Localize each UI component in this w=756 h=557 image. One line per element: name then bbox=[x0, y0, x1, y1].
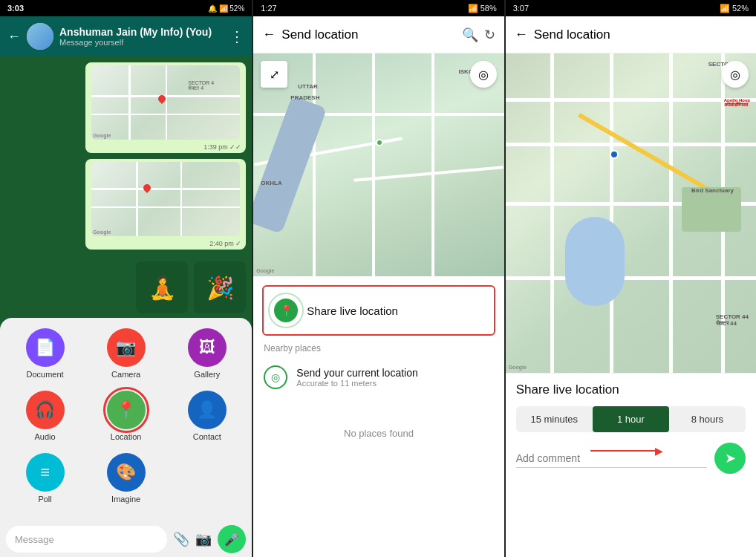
attach-imagine[interactable]: 🎨 Imagine bbox=[88, 453, 163, 504]
chat-name: Anshuman Jain (My Info) (You) bbox=[59, 26, 224, 38]
chat-bubble-2: Google 2:40 pm ✓ bbox=[85, 159, 246, 250]
send-location-title-p3: Send location bbox=[534, 27, 747, 42]
attach-location[interactable]: 📍 Location bbox=[88, 391, 163, 441]
map-dot-p2 bbox=[376, 139, 383, 146]
message-input[interactable]: Message bbox=[6, 526, 167, 553]
audio-label: Audio bbox=[34, 432, 55, 441]
arrow-head: ▶ bbox=[655, 445, 663, 457]
google-logo-2: Google bbox=[93, 229, 111, 235]
map-background-p3: SECTOR 10 SECTOR 44सेक्टर 44 Bird Sanctu… bbox=[506, 53, 756, 373]
send-icon: ➤ bbox=[725, 450, 736, 466]
time-option-8hours[interactable]: 8 hours bbox=[669, 406, 746, 432]
comment-bar: ▶ ➤ bbox=[516, 443, 746, 474]
mic-button[interactable]: 🎤 bbox=[218, 525, 246, 553]
map-label-okhla: OKHLA bbox=[261, 180, 281, 186]
live-location-icon: 📍 bbox=[274, 299, 298, 322]
document-label: Document bbox=[26, 370, 63, 379]
share-live-location-button[interactable]: 📍 Share live location bbox=[262, 285, 495, 336]
statusbar-panel3: 3:07 📶 52% bbox=[506, 0, 756, 16]
panel-whatsapp-chat: 3:03 🔔 📶 52% ← Anshuman Jain (My Info) (… bbox=[0, 0, 252, 557]
bubble-time-1: 1:39 pm ✓✓ bbox=[203, 143, 241, 151]
camera-icon: 📷 bbox=[107, 328, 146, 367]
message-bar: Message 📎 📷 🎤 bbox=[0, 521, 252, 557]
battery-icon: 📶 52% bbox=[219, 4, 245, 13]
no-places-text: No places found bbox=[253, 398, 504, 469]
back-button-p2[interactable]: ← bbox=[262, 27, 276, 42]
share-live-title: Share live location bbox=[516, 382, 746, 397]
poll-label: Poll bbox=[38, 495, 51, 504]
attach-poll[interactable]: ≡ Poll bbox=[7, 453, 82, 504]
apollo-label: Apollo Hospअपोलो हॉस्पिटल bbox=[724, 98, 750, 108]
statusbar-panel2: 1:27 📶 58% bbox=[253, 0, 504, 16]
map-panel3: SECTOR 10 SECTOR 44सेक्टर 44 Bird Sanctu… bbox=[506, 53, 756, 373]
location-options: 📍 Share live location Nearby places ◎ Se… bbox=[253, 276, 504, 469]
sticker-1: 🧘 bbox=[136, 261, 188, 313]
back-button[interactable]: ← bbox=[7, 29, 21, 45]
red-arrow-line: ▶ bbox=[590, 450, 657, 452]
bird-sanctuary-label: Bird Sanctuary bbox=[691, 187, 734, 194]
current-location-icon: ◎ bbox=[264, 365, 287, 389]
crosshair-button-p3[interactable]: ◎ bbox=[722, 61, 749, 88]
attach-document[interactable]: 📄 Document bbox=[7, 328, 82, 379]
chat-header-info: Anshuman Jain (My Info) (You) Message yo… bbox=[59, 26, 224, 47]
map-pin-2 bbox=[142, 183, 152, 193]
time-panel1: 3:03 bbox=[7, 4, 24, 13]
attachment-menu: 📄 Document 📷 Camera 🖼 Gallery 🎧 Audio 📍 … bbox=[0, 318, 252, 521]
imagine-label: Imagine bbox=[111, 495, 140, 504]
camera-label: Camera bbox=[111, 370, 140, 379]
river bbox=[253, 96, 327, 234]
send-button[interactable]: ➤ bbox=[714, 443, 746, 474]
search-icon-p2[interactable]: 🔍 bbox=[462, 27, 478, 43]
panel-share-live-location: 3:07 📶 52% ← Send location SECTOR 10 SEC… bbox=[506, 0, 756, 557]
time-panel2: 1:27 bbox=[261, 4, 276, 13]
avatar-image bbox=[27, 23, 53, 50]
arrow-indicator: ▶ bbox=[590, 450, 657, 452]
back-button-p3[interactable]: ← bbox=[515, 27, 528, 42]
imagine-icon: 🎨 bbox=[107, 453, 146, 492]
map-image-1: SECTOR 4सेक्टर 4 Google bbox=[91, 65, 240, 140]
panel-send-location: 1:27 📶 58% ← Send location 🔍 ↻ DELHI UTT… bbox=[253, 0, 504, 557]
more-options-button[interactable]: ⋮ bbox=[229, 27, 244, 45]
map-background-p2: DELHI UTTAR PRADESH OKHLA ISKCON ⤢ ◎ Goo… bbox=[253, 53, 504, 276]
comment-input[interactable] bbox=[516, 449, 707, 468]
refresh-icon-p2[interactable]: ↻ bbox=[484, 27, 495, 43]
attachment-grid: 📄 Document 📷 Camera 🖼 Gallery 🎧 Audio 📍 … bbox=[7, 328, 244, 504]
expand-button-p2[interactable]: ⤢ bbox=[261, 61, 287, 88]
map-label-uttar: UTTAR bbox=[298, 83, 318, 90]
send-location-title: Send location bbox=[281, 27, 455, 42]
chat-sub: Message yourself bbox=[59, 38, 224, 47]
avatar bbox=[27, 23, 53, 50]
camera-button[interactable]: 📷 bbox=[195, 531, 212, 547]
attach-gallery[interactable]: 🖼 Gallery bbox=[169, 328, 244, 379]
contact-label: Contact bbox=[193, 432, 221, 441]
google-badge-p2: Google bbox=[256, 268, 274, 273]
send-location-header: ← Send location 🔍 ↻ bbox=[253, 16, 504, 53]
attach-camera[interactable]: 📷 Camera bbox=[88, 328, 163, 379]
attach-contact[interactable]: 👤 Contact bbox=[169, 391, 244, 441]
map-image-2: Google bbox=[91, 162, 240, 236]
attach-audio[interactable]: 🎧 Audio bbox=[7, 391, 82, 441]
battery-panel2: 📶 58% bbox=[468, 4, 497, 13]
location-label: Location bbox=[111, 432, 142, 441]
statusbar-panel1: 3:03 🔔 📶 52% bbox=[0, 0, 252, 16]
time-option-15min[interactable]: 15 minutes bbox=[516, 406, 593, 432]
crosshair-button-p2[interactable]: ◎ bbox=[470, 61, 497, 88]
document-icon: 📄 bbox=[26, 328, 65, 367]
stickers-row: 🧘 🎉 bbox=[6, 261, 246, 313]
map-preview-2: Google bbox=[91, 162, 240, 236]
battery-panel3: 📶 52% bbox=[720, 4, 749, 13]
time-option-1hour[interactable]: 1 hour bbox=[593, 406, 669, 432]
sticker-2: 🎉 bbox=[194, 261, 246, 313]
map-label-pradesh: PRADESH bbox=[290, 94, 319, 101]
share-live-location-label: Share live location bbox=[307, 304, 398, 317]
battery-panel1: 🔔 📶 52% bbox=[208, 4, 245, 13]
current-location-button[interactable]: ◎ Send your current location Accurate to… bbox=[253, 356, 504, 398]
message-placeholder: Message bbox=[15, 534, 54, 545]
bubble-time-2: 2:40 pm ✓ bbox=[209, 240, 241, 247]
poll-icon: ≡ bbox=[26, 453, 65, 492]
send-location-header-p3: ← Send location bbox=[506, 16, 756, 53]
attach-button[interactable]: 📎 bbox=[173, 531, 189, 547]
gallery-icon: 🖼 bbox=[188, 328, 227, 367]
notification-icon: 🔔 bbox=[208, 4, 217, 13]
green-area-1 bbox=[682, 187, 741, 232]
